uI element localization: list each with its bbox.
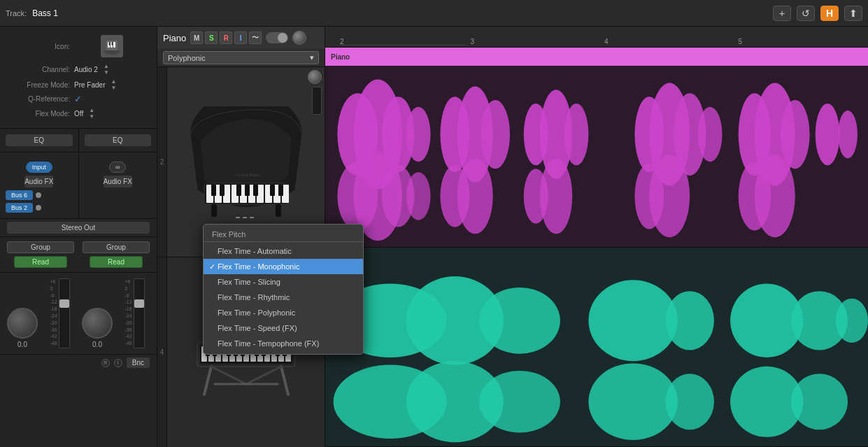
flex-mode-dropdown-menu: Flex Pitch Flex Time - Automatic Flex Ti… xyxy=(203,224,364,355)
piano-region-label: Piano xyxy=(331,53,350,61)
fader-handle-1[interactable] xyxy=(59,299,69,308)
svg-point-77 xyxy=(781,100,810,169)
channel-label: Channel: xyxy=(7,66,70,73)
ruler-segment-2-3 xyxy=(341,38,467,45)
menu-item-slicing[interactable]: Flex Time - Slicing xyxy=(204,274,363,290)
record-button[interactable]: R xyxy=(220,31,232,44)
icon-label: Icon: xyxy=(7,43,70,50)
pan-knob-1[interactable] xyxy=(7,308,38,339)
volume-knob[interactable] xyxy=(292,31,306,45)
svg-point-78 xyxy=(816,104,840,165)
input-button[interactable]: Input xyxy=(26,162,52,173)
row-num-4: 4 xyxy=(157,257,167,447)
export-button[interactable]: ⬆ xyxy=(844,6,862,21)
input-monitor-button[interactable]: I xyxy=(234,31,247,44)
flex-stepper[interactable]: ▲▼ xyxy=(89,107,94,120)
row-num-2: 2 xyxy=(157,67,167,257)
svg-rect-25 xyxy=(278,185,283,196)
bus6-tag[interactable]: Bus 6 xyxy=(6,190,33,200)
ruler-5: 5 xyxy=(734,38,743,45)
marker-button[interactable]: H xyxy=(820,6,839,21)
svg-point-79 xyxy=(838,111,858,159)
fader-track-2[interactable] xyxy=(134,278,145,348)
knob-val-1: 0.0 xyxy=(17,341,27,348)
tracks-area: Piano xyxy=(325,48,868,447)
svg-rect-5 xyxy=(109,42,111,45)
svg-point-89 xyxy=(649,155,690,238)
fader-overlay[interactable] xyxy=(312,87,322,115)
bnc-button[interactable]: Bnc xyxy=(127,357,150,368)
input-fx-section: Input Audio FX Bus 6 Bus 2 ∞ xyxy=(0,152,157,219)
group-btn-1[interactable]: Group xyxy=(7,241,74,253)
svg-point-64 xyxy=(406,107,431,162)
wave-button[interactable]: 〜 xyxy=(249,31,262,44)
mute-button[interactable]: M xyxy=(190,31,203,44)
svg-text:Grand Piano: Grand Piano xyxy=(236,172,261,178)
stereo-out-section: Stereo Out xyxy=(0,219,157,237)
piano-waveform xyxy=(325,66,868,265)
main-layout: Icon: Channel: Audio 2 xyxy=(0,27,868,447)
fader-handle-2[interactable] xyxy=(134,299,144,308)
svg-rect-23 xyxy=(253,185,258,196)
freeze-stepper[interactable]: ▲▼ xyxy=(111,78,116,91)
eq-button-1[interactable]: EQ xyxy=(6,134,73,146)
bus2-knob[interactable] xyxy=(36,205,41,211)
eq-button-2[interactable]: EQ xyxy=(85,134,152,146)
svg-point-106 xyxy=(791,374,848,430)
freeze-label: Freeze Mode: xyxy=(7,81,70,89)
svg-rect-31 xyxy=(250,217,254,218)
solo-button[interactable]: S xyxy=(205,31,218,44)
audio-fx-2[interactable]: Audio FX xyxy=(104,176,132,187)
eq-col-1: EQ xyxy=(0,129,79,152)
menu-item-rhythmic[interactable]: Flex Time - Rhythmic xyxy=(204,290,363,305)
svg-point-74 xyxy=(698,107,723,162)
bus-row-1: Bus 6 xyxy=(6,190,73,200)
send-col-2: Group Read xyxy=(83,241,150,268)
svg-rect-30 xyxy=(243,217,247,218)
read-btn-1[interactable]: Read xyxy=(14,256,68,268)
svg-point-83 xyxy=(406,172,431,220)
svg-point-95 xyxy=(588,280,677,361)
stereo-out-btn[interactable]: Stereo Out xyxy=(7,222,150,234)
svg-line-59 xyxy=(246,367,281,384)
menu-item-speed[interactable]: Flex Time - Speed (FX) xyxy=(204,320,363,336)
tracks-and-ruler: 2 3 4 5 xyxy=(325,27,868,447)
channel-stepper[interactable]: ▲▼ xyxy=(104,63,109,76)
flex-mode-dropdown[interactable]: Polyphonic ▾ xyxy=(163,51,319,64)
svg-point-85 xyxy=(457,158,493,234)
svg-rect-27 xyxy=(276,204,281,217)
menu-item-polyphonic[interactable]: Flex Time - Polyphonic xyxy=(204,305,363,320)
send-knob-overlay[interactable] xyxy=(308,70,322,84)
timeline-ruler: 2 3 4 5 xyxy=(325,27,868,48)
fader-track-1[interactable] xyxy=(59,278,70,348)
qref-check[interactable]: ✓ xyxy=(74,94,82,104)
bus-row-2: Bus 2 xyxy=(6,203,73,213)
top-bar: Track: Bass 1 + ↺ H ⬆ xyxy=(0,0,868,27)
menu-item-monophonic[interactable]: Flex Time - Monophonic xyxy=(204,259,363,274)
group-btn-2[interactable]: Group xyxy=(83,241,150,253)
bass-waveform xyxy=(325,262,868,448)
ruler-end xyxy=(742,38,868,45)
freeze-value: Pre Fader ▲▼ xyxy=(74,78,116,91)
msri-buttons: M S R I 〜 xyxy=(190,31,262,44)
svg-rect-19 xyxy=(211,185,216,196)
piano-track-lane: Piano xyxy=(325,48,868,248)
bus6-knob[interactable] xyxy=(36,192,41,198)
fader-marks-2: +60-6-12-18-24-30-36-42-48 xyxy=(124,278,131,347)
read-btn-2[interactable]: Read xyxy=(90,256,143,268)
audio-fx-1[interactable]: Audio FX xyxy=(24,176,53,187)
pan-knob-2[interactable] xyxy=(82,308,113,339)
track-info: Icon: Channel: Audio 2 xyxy=(0,27,157,129)
svg-point-104 xyxy=(665,374,713,430)
power-toggle[interactable] xyxy=(266,32,288,43)
bus2-tag[interactable]: Bus 2 xyxy=(6,203,33,213)
svg-point-67 xyxy=(481,100,510,169)
menu-item-tempophone[interactable]: Flex Time - Tempophone (FX) xyxy=(204,336,363,351)
qref-label: Q-Reference: xyxy=(7,95,70,103)
add-button[interactable]: + xyxy=(773,6,791,21)
svg-rect-29 xyxy=(236,217,240,218)
menu-item-automatic[interactable]: Flex Time - Automatic xyxy=(204,243,363,259)
cycle-button[interactable]: ↺ xyxy=(797,6,815,21)
ruler-4: 4 xyxy=(600,38,609,45)
svg-point-94 xyxy=(479,287,560,353)
